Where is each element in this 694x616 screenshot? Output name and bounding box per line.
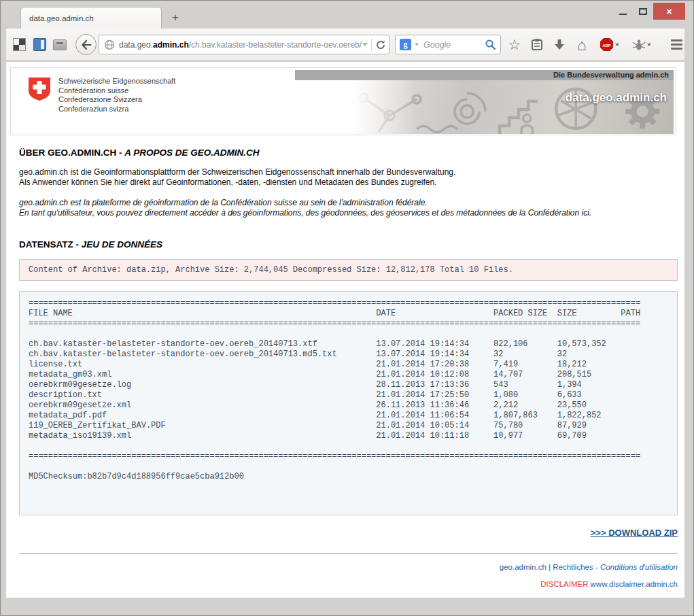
extension-button[interactable] [627,36,656,54]
disclaimer-label[interactable]: DISCLAIMER [540,580,588,588]
footer-link-rechtliches[interactable]: Rechtliches [553,563,593,571]
divider [371,39,372,51]
abp-dropdown-icon[interactable] [615,44,619,46]
about-heading: ÜBER GEO.ADMIN.CH - A PROPOS DE GEO.ADMI… [19,148,678,158]
archive-listing-box: ========================================… [19,291,678,515]
search-input[interactable] [423,40,485,50]
reload-icon[interactable] [375,39,386,50]
menu-button[interactable] [667,36,685,54]
archive-box-icon [53,39,67,50]
window-panel-icon [33,38,46,51]
minimize-button[interactable] [612,3,633,20]
minimize-icon [619,14,627,15]
bookmark-star-button[interactable]: ☆ [506,36,523,54]
download-arrow-icon [554,39,565,50]
page-viewport: Schweizerische Eidgenossenschaft Confédé… [6,62,684,598]
footer-links: geo.admin.ch | Rechtliches - Conditions … [19,563,678,571]
navigation-toolbar: data.geo.admin.ch/ch.bav.kataster-belast… [6,29,684,61]
bug-icon [632,39,646,51]
gallery-app-button[interactable] [12,37,27,52]
clipboard-icon [531,38,543,51]
download-zip-link[interactable]: >>> DOWNLOAD ZIP [591,528,678,538]
new-tab-button[interactable]: + [167,10,184,26]
browser-window: data.geo.admin.ch + × data.geo.admin.ch/… [0,0,694,616]
footer-divider [19,553,678,554]
page-content: ÜBER GEO.ADMIN.CH - A PROPOS DE GEO.ADMI… [19,148,678,588]
search-magnifier-icon[interactable] [485,39,496,50]
search-box[interactable]: g [395,35,501,54]
about-paragraph-fr: geo.admin.ch est la plateforme de géoinf… [19,198,678,218]
archive-app-button[interactable] [52,37,67,52]
about-paragraph-de: geo.admin.ch ist die Geoinformationsplat… [19,167,678,187]
dataset-heading: DATENSATZ - JEU DE DONNÉES [19,239,678,250]
archive-listing: ========================================… [29,298,668,482]
browser-tab[interactable]: data.geo.admin.ch [20,7,162,29]
bundesverwaltung-bar[interactable]: Die Bundesverwaltung admin.ch [295,70,674,80]
maximize-button[interactable] [633,3,653,20]
downloads-button[interactable] [551,36,568,54]
adblock-plus-button[interactable]: ABP [595,36,623,54]
svg-text:ABP: ABP [602,44,611,48]
swiss-coat-of-arms: Schweizerische Eidgenossenschaft Confédé… [27,77,175,114]
url-text: data.geo.admin.ch/ch.bav.kataster-belast… [119,40,362,50]
window-controls: × [612,3,685,20]
url-bar[interactable]: data.geo.admin.ch/ch.bav.kataster-belast… [99,35,389,54]
page-header: Schweizerische Eidgenossenschaft Confédé… [10,67,676,135]
star-icon: ☆ [508,37,521,52]
banner-site-title: data.geo.admin.ch [566,91,667,105]
hamburger-icon [671,39,682,50]
maximize-icon [639,8,647,15]
home-icon: ⌂ [577,37,587,52]
banner-collage-graphic [351,80,674,134]
swiss-shield-icon [27,77,52,101]
footer-disclaimer: DISCLAIMERwww.disclaimer.admin.ch [19,580,678,588]
search-engine-dropdown-icon[interactable] [415,44,419,46]
archive-summary-banner: Content of Archive: data.zip, Archive Si… [19,259,678,281]
abp-shield-icon: ABP [600,37,614,52]
panel-app-button[interactable] [32,37,47,52]
bookmarks-menu-button[interactable] [528,36,546,54]
google-engine-icon[interactable]: g [400,39,411,50]
url-history-dropdown-icon[interactable] [362,43,368,46]
quadrant-icon [13,38,26,51]
home-button[interactable]: ⌂ [573,36,591,54]
footer-link-conditions[interactable]: Conditions d'utilisation [600,563,678,571]
download-row: >>> DOWNLOAD ZIP [19,526,678,538]
disclaimer-link[interactable]: www.disclaimer.admin.ch [591,580,678,588]
back-arrow-icon [80,39,92,51]
close-button[interactable]: × [653,3,685,20]
title-bar: data.geo.admin.ch + × [1,1,693,29]
confederation-names: Schweizerische Eidgenossenschaft Confédé… [58,77,175,114]
back-button[interactable] [75,34,97,55]
globe-icon [104,39,115,50]
header-banner-image: data.geo.admin.ch [351,80,674,134]
footer-link-geoadmin[interactable]: geo.admin.ch [500,563,546,571]
tab-title: data.geo.admin.ch [29,14,94,22]
extension-dropdown-icon[interactable] [647,44,651,46]
